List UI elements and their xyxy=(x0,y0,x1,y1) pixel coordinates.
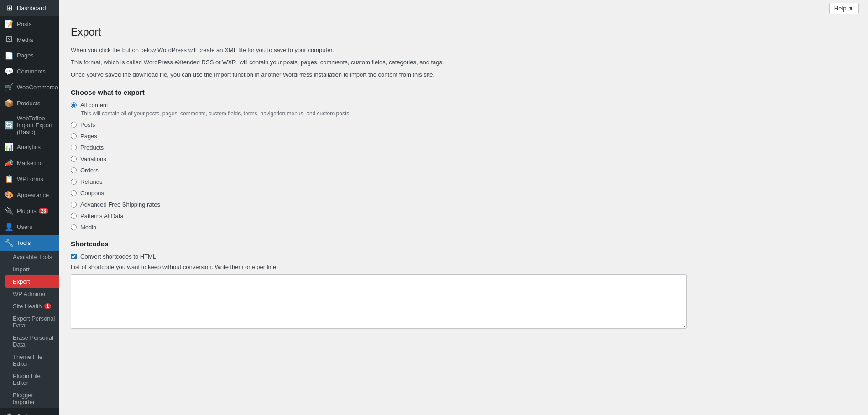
radio-label-patterns-ai-data: Patterns AI Data xyxy=(80,213,124,219)
sidebar-subitem-erase-personal-data[interactable]: Erase Personal Data xyxy=(5,332,59,351)
help-button[interactable]: Help ▼ xyxy=(829,3,859,14)
tools-icon: 🔧 xyxy=(5,239,14,247)
sidebar-item-settings[interactable]: ⚙Settings xyxy=(0,408,59,415)
sidebar-label-media: Media xyxy=(17,36,33,43)
subitem-label-available-tools: Available Tools xyxy=(13,254,52,260)
topbar: Help ▼ xyxy=(59,0,868,17)
radio-orders[interactable]: Orders xyxy=(71,167,687,174)
radio-input-orders[interactable] xyxy=(71,167,77,173)
sidebar-subitem-site-health[interactable]: Site Health1 xyxy=(5,300,59,312)
main-content: Help ▼ Export When you click the button … xyxy=(59,0,868,415)
radio-label-variations: Variations xyxy=(80,156,106,162)
sidebar-subitem-import[interactable]: Import xyxy=(5,263,59,275)
sidebar-subitem-export[interactable]: Export xyxy=(5,275,59,288)
webtoffee-icon: 🔄 xyxy=(5,121,14,130)
sidebar-item-wpforms[interactable]: 📋WPForms xyxy=(0,171,59,187)
pages-icon: 📄 xyxy=(5,51,14,60)
marketing-icon: 📣 xyxy=(5,159,14,167)
sidebar-subitem-export-personal-data[interactable]: Export Personal Data xyxy=(5,312,59,332)
subitem-label-export-personal-data: Export Personal Data xyxy=(13,315,56,329)
page-title: Export xyxy=(71,26,687,38)
site-health-badge: 1 xyxy=(44,303,52,309)
sidebar-label-tools: Tools xyxy=(17,239,31,246)
radio-input-coupons[interactable] xyxy=(71,190,77,196)
sidebar-subitem-wp-adminer[interactable]: WP Adminer xyxy=(5,288,59,300)
sidebar-subitem-available-tools[interactable]: Available Tools xyxy=(5,251,59,263)
sidebar-item-appearance[interactable]: 🎨Appearance xyxy=(0,187,59,203)
radio-label-advanced-free-shipping: Advanced Free Shipping rates xyxy=(80,201,160,208)
sidebar-item-media[interactable]: 🖼Media xyxy=(0,32,59,47)
sidebar-item-analytics[interactable]: 📊Analytics xyxy=(0,139,59,155)
radio-label-posts: Posts xyxy=(80,121,95,128)
desc2: This format, which is called WordPress e… xyxy=(71,58,687,67)
sidebar-item-dashboard[interactable]: ⊞Dashboard xyxy=(0,0,59,16)
radio-input-pages[interactable] xyxy=(71,133,77,139)
sidebar-label-pages: Pages xyxy=(17,52,34,59)
subitem-label-wp-adminer: WP Adminer xyxy=(13,290,46,297)
sidebar-subitem-theme-file-editor[interactable]: Theme File Editor xyxy=(5,351,59,370)
sidebar-label-plugins: Plugins xyxy=(17,208,37,214)
appearance-icon: 🎨 xyxy=(5,191,14,199)
sidebar-subitem-blogger-importer[interactable]: Blogger Importer xyxy=(5,389,59,408)
sidebar-label-users: Users xyxy=(17,223,32,230)
shortcodes-checkbox-text: Convert shortcodes to HTML xyxy=(80,253,156,260)
radio-input-products[interactable] xyxy=(71,145,77,150)
sidebar-label-woocommerce: WooCommerce xyxy=(17,84,58,91)
radio-all-content[interactable]: All content xyxy=(71,102,687,109)
desc1: When you click the button below WordPres… xyxy=(71,46,687,55)
sidebar-label-products: Products xyxy=(17,100,40,107)
shortcodes-checkbox-label[interactable]: Convert shortcodes to HTML xyxy=(71,253,687,260)
sidebar-item-plugins[interactable]: 🔌Plugins23 xyxy=(0,203,59,219)
sidebar-label-appearance: Appearance xyxy=(17,192,49,198)
radio-input-posts[interactable] xyxy=(71,122,77,128)
subitem-label-export: Export xyxy=(13,278,30,285)
sidebar-item-marketing[interactable]: 📣Marketing xyxy=(0,155,59,171)
dashboard-icon: ⊞ xyxy=(5,4,14,12)
radio-input-variations[interactable] xyxy=(71,156,77,162)
sidebar-item-users[interactable]: 👤Users xyxy=(0,219,59,235)
sidebar-subitem-plugin-file-editor[interactable]: Plugin File Editor xyxy=(5,370,59,389)
radio-coupons[interactable]: Coupons xyxy=(71,190,687,197)
sidebar-item-pages[interactable]: 📄Pages xyxy=(0,47,59,63)
subitem-label-import: Import xyxy=(13,266,30,273)
plugins-badge: 23 xyxy=(39,208,48,214)
radio-products[interactable]: Products xyxy=(71,144,687,151)
radio-input-refunds[interactable] xyxy=(71,179,77,185)
comments-icon: 💬 xyxy=(5,67,14,76)
woocommerce-icon: 🛒 xyxy=(5,83,14,92)
shortcodes-checkbox[interactable] xyxy=(71,254,77,259)
radio-label-pages: Pages xyxy=(80,133,97,140)
radio-input-media[interactable] xyxy=(71,224,77,230)
sidebar-item-webtoffee[interactable]: 🔄WebToffee Import Export (Basic) xyxy=(0,111,59,139)
sidebar-label-settings: Settings xyxy=(17,413,38,415)
radio-variations[interactable]: Variations xyxy=(71,156,687,162)
subitem-label-theme-file-editor: Theme File Editor xyxy=(13,353,56,367)
sidebar-item-tools[interactable]: 🔧Tools xyxy=(0,235,59,251)
radio-posts[interactable]: Posts xyxy=(71,121,687,128)
sidebar-item-posts[interactable]: 📝Posts xyxy=(0,16,59,32)
radio-input-advanced-free-shipping[interactable] xyxy=(71,202,77,208)
choose-export-title: Choose what to export xyxy=(71,88,687,96)
settings-icon: ⚙ xyxy=(5,412,14,415)
radio-all-content-input[interactable] xyxy=(71,102,77,108)
sidebar-item-woocommerce[interactable]: 🛒WooCommerce xyxy=(0,79,59,95)
radio-patterns-ai-data[interactable]: Patterns AI Data xyxy=(71,213,687,219)
sidebar-item-comments[interactable]: 💬Comments xyxy=(0,63,59,79)
users-icon: 👤 xyxy=(5,223,14,231)
radio-refunds[interactable]: Refunds xyxy=(71,178,687,185)
radio-media[interactable]: Media xyxy=(71,224,687,231)
radio-label-orders: Orders xyxy=(80,167,99,174)
radio-all-content-label: All content xyxy=(80,102,108,109)
radio-input-patterns-ai-data[interactable] xyxy=(71,213,77,219)
subitem-label-blogger-importer: Blogger Importer xyxy=(13,392,56,405)
sidebar-item-products[interactable]: 📦Products xyxy=(0,95,59,111)
media-icon: 🖼 xyxy=(5,36,14,44)
radio-advanced-free-shipping[interactable]: Advanced Free Shipping rates xyxy=(71,201,687,208)
subitem-label-site-health: Site Health xyxy=(13,303,42,310)
all-content-desc: This will contain all of your posts, pag… xyxy=(81,110,687,117)
shortcodes-textarea[interactable] xyxy=(71,274,687,329)
radio-pages[interactable]: Pages xyxy=(71,133,687,140)
radio-label-coupons: Coupons xyxy=(80,190,104,197)
sidebar-label-webtoffee: WebToffee Import Export (Basic) xyxy=(17,115,55,135)
tools-submenu: Available ToolsImportExportWP AdminerSit… xyxy=(0,251,59,408)
